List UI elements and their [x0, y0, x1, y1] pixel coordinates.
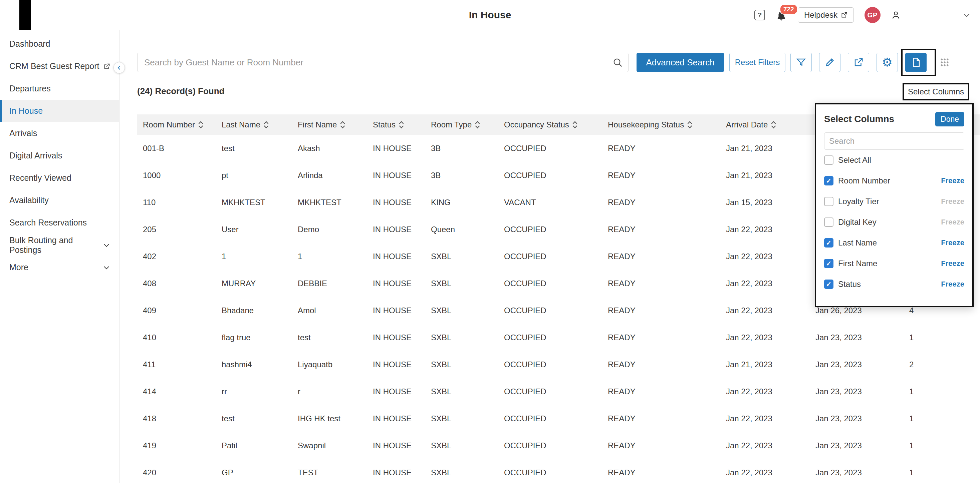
sidebar-item-bulk-routing-and-postings[interactable]: Bulk Routing and Postings — [0, 234, 119, 256]
sidebar-item-more[interactable]: More — [0, 256, 119, 278]
external-link-icon — [853, 57, 864, 67]
sidebar-item-availability[interactable]: Availability — [0, 189, 119, 211]
table-cell: IN HOUSE — [367, 414, 425, 423]
column-header-first-name[interactable]: First Name — [292, 120, 367, 129]
freeze-link[interactable]: Freeze — [941, 259, 964, 268]
advanced-search-button[interactable]: Advanced Search — [636, 53, 724, 72]
sort-icon[interactable] — [771, 121, 776, 129]
sidebar-item-crm-best-guest-report[interactable]: CRM Best Guest Report — [0, 55, 119, 77]
table-cell: Liyaquatb — [292, 360, 367, 369]
table-cell: 3B — [425, 144, 498, 153]
column-option-status[interactable]: ✓StatusFreeze — [824, 274, 964, 294]
sort-icon[interactable] — [198, 121, 203, 129]
sort-icon[interactable] — [264, 121, 269, 129]
sort-icon[interactable] — [687, 121, 692, 129]
sidebar-collapse-button[interactable] — [113, 62, 125, 73]
table-cell: IN HOUSE — [367, 441, 425, 450]
checkbox-unchecked[interactable] — [824, 197, 834, 206]
column-header-housekeeping-status[interactable]: Housekeeping Status — [602, 120, 720, 129]
settings-button[interactable]: ⚙ — [877, 53, 898, 72]
table-cell: Demo — [292, 225, 367, 234]
table-cell: IN HOUSE — [367, 306, 425, 315]
search-icon[interactable] — [613, 58, 623, 68]
user-icon[interactable] — [891, 10, 900, 20]
freeze-link[interactable]: Freeze — [941, 176, 964, 185]
freeze-link[interactable]: Freeze — [941, 280, 964, 289]
table-row[interactable]: 414rrrIN HOUSESXBLOCCUPIEDREADYJan 22, 2… — [137, 378, 980, 405]
table-cell: OCCUPIED — [498, 333, 602, 342]
table-row[interactable]: 418testIHG HK testIN HOUSESXBLOCCUPIEDRE… — [137, 405, 980, 432]
table-cell: OCCUPIED — [498, 144, 602, 153]
sidebar: DashboardCRM Best Guest ReportDepartures… — [0, 30, 119, 483]
table-cell: IN HOUSE — [367, 225, 425, 234]
export-button[interactable] — [848, 53, 869, 72]
checkbox-checked[interactable]: ✓ — [824, 176, 834, 186]
filter-button[interactable] — [791, 53, 812, 72]
column-option-first-name[interactable]: ✓First NameFreeze — [824, 253, 964, 274]
column-option-select-all[interactable]: Select All — [824, 150, 964, 170]
column-option-room-number[interactable]: ✓Room NumberFreeze — [824, 170, 964, 191]
column-header-last-name[interactable]: Last Name — [216, 120, 292, 129]
sidebar-item-in-house[interactable]: In House — [0, 100, 119, 122]
table-cell: OCCUPIED — [498, 171, 602, 180]
column-header-arrival-date[interactable]: Arrival Date — [720, 120, 810, 129]
sidebar-item-digital-arrivals[interactable]: Digital Arrivals — [0, 145, 119, 167]
column-option-digital-key[interactable]: Digital KeyFreeze — [824, 212, 964, 232]
column-header-room-number[interactable]: Room Number — [137, 120, 216, 129]
grid-view-button[interactable] — [934, 53, 955, 72]
table-cell: OCCUPIED — [498, 225, 602, 234]
table-cell: SXBL — [425, 360, 498, 369]
table-cell: Jan 22, 2023 — [720, 441, 810, 450]
select-columns-panel-header: Select Columns Done — [824, 111, 964, 127]
helpdesk-button[interactable]: Helpdesk — [798, 7, 854, 23]
column-header-occupancy-status[interactable]: Occupancy Status — [498, 120, 602, 129]
sidebar-item-dashboard[interactable]: Dashboard — [0, 33, 119, 55]
avatar[interactable]: GP — [864, 7, 881, 23]
table-cell: READY — [602, 441, 720, 450]
table-cell: 419 — [137, 441, 216, 450]
column-header-status[interactable]: Status — [367, 120, 425, 129]
freeze-link[interactable]: Freeze — [941, 238, 964, 247]
table-cell: test — [216, 414, 292, 423]
sort-icon[interactable] — [399, 121, 404, 129]
checkbox-checked[interactable]: ✓ — [824, 238, 834, 248]
column-option-loyalty-tier[interactable]: Loyalty TierFreeze — [824, 191, 964, 212]
header-chevron-down-icon[interactable] — [962, 10, 971, 20]
help-icon[interactable]: ? — [754, 10, 765, 21]
table-cell: OCCUPIED — [498, 360, 602, 369]
sort-icon[interactable] — [573, 121, 578, 129]
table-cell: 408 — [137, 279, 216, 288]
table-row[interactable]: 411hashmi4LiyaquatbIN HOUSESXBLOCCUPIEDR… — [137, 351, 980, 378]
notifications-button[interactable]: 722 — [776, 8, 787, 22]
sidebar-item-recently-viewed[interactable]: Recently Viewed — [0, 167, 119, 189]
edit-button[interactable] — [819, 53, 840, 72]
reset-filters-button[interactable]: Reset Filters — [729, 53, 785, 72]
column-search-input[interactable] — [824, 132, 964, 150]
checkbox-unchecked[interactable] — [824, 156, 834, 165]
sidebar-item-departures[interactable]: Departures — [0, 77, 119, 100]
sort-icon[interactable] — [340, 121, 345, 129]
done-button[interactable]: Done — [935, 112, 964, 126]
funnel-icon — [796, 57, 806, 67]
table-cell: DEBBIE — [292, 279, 367, 288]
column-header-room-type[interactable]: Room Type — [425, 120, 498, 129]
table-row[interactable]: 419PatilSwapnilIN HOUSESXBLOCCUPIEDREADY… — [137, 432, 980, 459]
checkbox-checked[interactable]: ✓ — [824, 259, 834, 268]
table-cell: MKHKTEST — [216, 198, 292, 207]
select-columns-tooltip: Select Columns — [902, 83, 969, 100]
checkbox-checked[interactable]: ✓ — [824, 280, 834, 289]
sort-icon[interactable] — [475, 121, 480, 129]
table-cell: IN HOUSE — [367, 387, 425, 396]
search-input[interactable] — [137, 53, 628, 72]
select-columns-panel: Select Columns Done Select All✓Room Numb… — [815, 103, 974, 307]
table-row[interactable]: 420GPTESTIN HOUSESXBLOCCUPIEDREADYJan 22… — [137, 459, 980, 483]
column-option-last-name[interactable]: ✓Last NameFreeze — [824, 232, 964, 253]
checkbox-unchecked[interactable] — [824, 218, 834, 227]
column-option-label: Room Number — [838, 176, 890, 186]
table-row[interactable]: 410flag truetestIN HOUSESXBLOCCUPIEDREAD… — [137, 324, 980, 351]
select-columns-button[interactable] — [905, 53, 927, 72]
sidebar-item-arrivals[interactable]: Arrivals — [0, 122, 119, 145]
sidebar-item-search-reservations[interactable]: Search Reservations — [0, 211, 119, 234]
toolbar-icon-buttons: ⚙ — [791, 53, 955, 72]
table-cell: Jan 23, 2023 — [810, 414, 904, 423]
